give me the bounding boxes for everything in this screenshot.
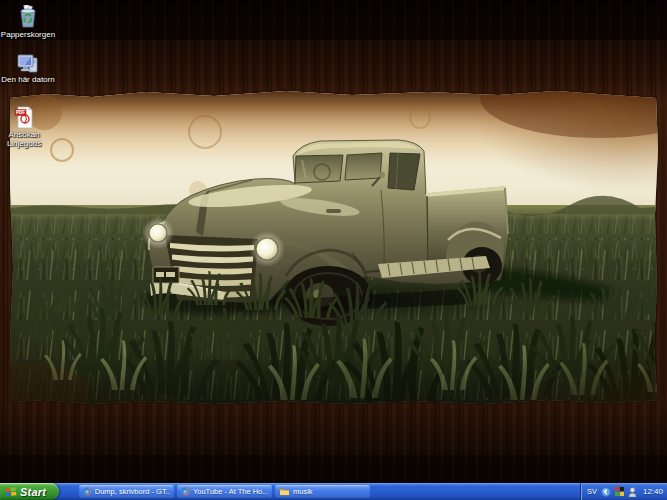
language-indicator[interactable]: SV bbox=[587, 487, 597, 496]
color-grid-icon[interactable] bbox=[615, 487, 624, 496]
pdf-file-icon: PDF bbox=[13, 106, 35, 129]
taskbar: Start Dump, skrivbord - GT... YouTube - … bbox=[0, 483, 667, 500]
desktop-screen: Papperskorgen Den här datorn PDF Ansökan… bbox=[0, 0, 667, 500]
hide-icons-chevron-icon[interactable] bbox=[601, 487, 611, 497]
firefox-icon bbox=[181, 487, 190, 496]
system-tray: SV 12:40 bbox=[580, 483, 667, 500]
recycle-bin-label: Papperskorgen bbox=[0, 30, 59, 39]
folder-icon bbox=[279, 487, 290, 496]
taskbar-button-folder-musik[interactable]: musik bbox=[275, 485, 370, 498]
taskbar-clock[interactable]: 12:40 bbox=[643, 487, 663, 496]
taskbar-button-label: Dump, skrivbord - GT... bbox=[95, 487, 170, 496]
taskbar-buttons: Dump, skrivbord - GT... YouTube - At The… bbox=[79, 483, 580, 500]
desktop-icon-recycle-bin[interactable]: Papperskorgen bbox=[0, 5, 59, 39]
desktop-icon-my-computer[interactable]: Den här datorn bbox=[0, 52, 59, 84]
start-label: Start bbox=[20, 486, 46, 498]
my-computer-label: Den här datorn bbox=[0, 75, 59, 84]
desktop-icon-pdf-document[interactable]: PDF Ansökan Linjegods bbox=[0, 106, 55, 149]
wallpaper-vintage-truck bbox=[0, 0, 667, 483]
my-computer-icon bbox=[16, 52, 40, 74]
firefox-icon bbox=[83, 487, 92, 496]
messenger-user-icon[interactable] bbox=[628, 487, 637, 497]
taskbar-button-label: YouTube - At The Ho... bbox=[193, 487, 268, 496]
pdf-file-label: Ansökan Linjegods bbox=[0, 130, 55, 149]
taskbar-button-browser-dump[interactable]: Dump, skrivbord - GT... bbox=[79, 485, 174, 498]
taskbar-button-label: musik bbox=[293, 487, 313, 496]
svg-text:PDF: PDF bbox=[16, 110, 25, 115]
taskbar-button-browser-youtube[interactable]: YouTube - At The Ho... bbox=[177, 485, 272, 498]
recycle-bin-icon bbox=[17, 5, 39, 29]
start-button[interactable]: Start bbox=[0, 483, 59, 500]
windows-flag-icon bbox=[5, 486, 17, 498]
